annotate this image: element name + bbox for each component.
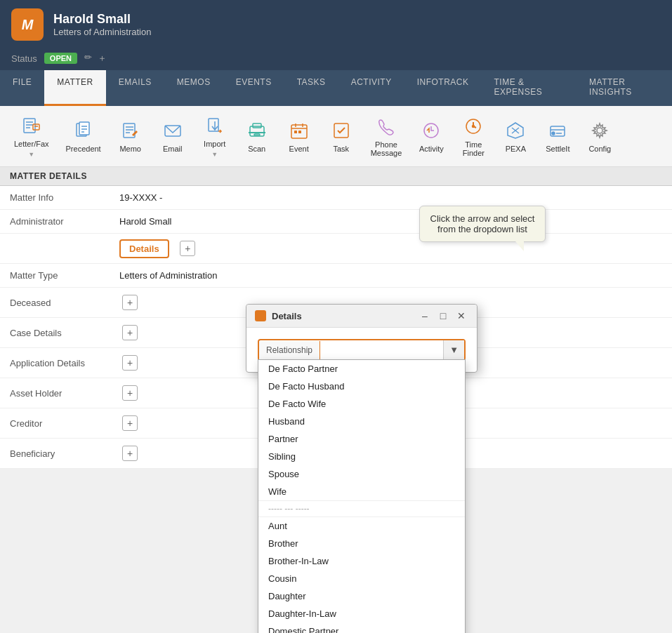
letter-fax-label: Letter/Fax xyxy=(14,140,49,148)
tab-events[interactable]: EVENTS xyxy=(223,70,284,106)
svg-rect-22 xyxy=(254,134,260,135)
email-icon xyxy=(162,119,184,142)
beneficiary-add-btn[interactable]: + xyxy=(122,446,138,461)
dropdown-item[interactable]: Cousin xyxy=(258,570,465,587)
tab-time-expenses[interactable]: TIME & EXPENSES xyxy=(482,70,577,106)
scan-label: Scan xyxy=(248,145,265,153)
relationship-label: Relationship xyxy=(259,341,320,359)
dropdown-item[interactable]: Husband xyxy=(258,413,465,430)
main-content: MATTER DETAILS Matter Info 19-XXXX - Adm… xyxy=(0,167,672,469)
add-status-icon[interactable]: ＋ xyxy=(98,52,107,65)
dialog-close-btn[interactable]: ✕ xyxy=(454,309,468,323)
event-label: Event xyxy=(289,145,309,153)
tab-infotrack[interactable]: INFOTRACK xyxy=(404,70,482,106)
relationship-select-area[interactable] xyxy=(320,346,443,354)
pexa-label: PEXA xyxy=(506,145,526,153)
precedent-icon xyxy=(72,119,95,142)
task-button[interactable]: Task xyxy=(322,115,361,157)
dropdown-item[interactable]: De Facto Partner xyxy=(258,360,465,378)
relationship-field: Relationship ▼ De Facto PartnerDe Facto … xyxy=(258,339,466,361)
edit-icon[interactable]: ✏ xyxy=(84,52,92,65)
administrator-label: Administrator xyxy=(0,212,112,231)
svg-rect-16 xyxy=(209,119,218,131)
administrator-row: Administrator Harold Small xyxy=(0,210,672,234)
svg-rect-20 xyxy=(253,124,261,128)
dropdown-item[interactable]: De Facto Husband xyxy=(258,378,465,395)
creditor-label: Creditor xyxy=(0,414,112,433)
asset-holder-add-btn[interactable]: + xyxy=(122,385,138,401)
matter-type-label: Matter Type xyxy=(0,266,112,285)
task-label: Task xyxy=(333,145,349,153)
dialog-body: Relationship ▼ De Facto PartnerDe Facto … xyxy=(246,328,477,372)
tab-matter[interactable]: MATTER xyxy=(44,70,105,106)
time-finder-icon xyxy=(462,115,485,138)
tab-activity[interactable]: ACTIVITY xyxy=(338,70,404,106)
activity-label: Activity xyxy=(419,145,444,153)
settleit-button[interactable]: SettleIt xyxy=(538,115,577,157)
matter-details-header: MATTER DETAILS xyxy=(0,167,672,186)
administrator-value: Harold Small xyxy=(112,212,672,231)
dialog-title-bar: Details – □ ✕ xyxy=(246,305,477,328)
time-finder-button[interactable]: TimeFinder xyxy=(454,111,493,161)
scan-button[interactable]: Scan xyxy=(237,115,277,157)
svg-rect-28 xyxy=(298,131,301,133)
dropdown-item[interactable]: Domestic Partner xyxy=(258,622,465,633)
dropdown-item[interactable]: Daughter xyxy=(258,587,465,605)
dropdown-item[interactable]: Sibling xyxy=(258,448,465,465)
time-finder-label: TimeFinder xyxy=(463,140,485,157)
relationship-dropdown-arrow[interactable]: ▼ xyxy=(443,340,464,359)
dropdown-item[interactable]: Partner xyxy=(258,430,465,448)
beneficiary-label: Beneficiary xyxy=(0,444,112,463)
event-button[interactable]: Event xyxy=(279,115,319,157)
import-button[interactable]: Import ▼ xyxy=(195,110,235,162)
status-icons[interactable]: ✏ ＋ xyxy=(84,52,107,65)
activity-button[interactable]: Activity xyxy=(411,115,451,157)
nav-tabs: FILE MATTER EMAILS MEMOS EVENTS TASKS AC… xyxy=(0,70,672,106)
dropdown-item[interactable]: Aunt xyxy=(258,517,465,535)
settleit-label: SettleIt xyxy=(546,145,569,153)
details-btn-container: Details + xyxy=(112,234,672,263)
letter-fax-button[interactable]: Letter/Fax ▼ xyxy=(7,110,56,162)
svg-point-42 xyxy=(597,128,602,133)
dropdown-item[interactable]: Brother-In-Law xyxy=(258,552,465,570)
tab-file[interactable]: FILE xyxy=(0,70,44,106)
pexa-icon xyxy=(504,119,527,142)
pexa-button[interactable]: PEXA xyxy=(496,115,535,157)
dropdown-item[interactable]: Daughter-In-Law xyxy=(258,605,465,622)
details-label xyxy=(0,244,112,253)
asset-holder-label: Asset Holder xyxy=(0,384,112,403)
details-button[interactable]: Details xyxy=(119,239,169,258)
memo-button[interactable]: Memo xyxy=(111,115,150,157)
details-add-btn[interactable]: + xyxy=(180,241,195,256)
dialog-title-text: Details xyxy=(272,311,302,321)
config-button[interactable]: Config xyxy=(580,115,619,157)
matter-info-row: Matter Info 19-XXXX - xyxy=(0,186,672,210)
dialog-controls: – □ ✕ xyxy=(418,309,468,323)
details-dialog: Details – □ ✕ Relationship ▼ De Facto Pa… xyxy=(246,304,477,373)
tab-tasks[interactable]: TASKS xyxy=(284,70,338,106)
dropdown-item[interactable]: Brother xyxy=(258,535,465,552)
dropdown-item[interactable]: Wife xyxy=(258,483,465,500)
tab-emails[interactable]: EMAILS xyxy=(106,70,164,106)
tab-matter-insights[interactable]: MATTER INSIGHTS xyxy=(577,70,672,106)
deceased-add-btn[interactable]: + xyxy=(122,295,138,310)
status-bar: Status OPEN ✏ ＋ xyxy=(0,49,672,70)
dropdown-item[interactable]: Spouse xyxy=(258,465,465,483)
app-details-add-btn[interactable]: + xyxy=(122,355,138,371)
task-icon xyxy=(330,119,353,142)
dropdown-item[interactable]: De Facto Wife xyxy=(258,395,465,413)
case-details-add-btn[interactable]: + xyxy=(122,325,138,340)
dialog-maximize-btn[interactable]: □ xyxy=(436,309,450,323)
dialog-title: Details xyxy=(255,310,302,321)
tab-memos[interactable]: MEMOS xyxy=(164,70,223,106)
phone-button[interactable]: PhoneMessage xyxy=(364,111,409,161)
app-details-label: Application Details xyxy=(0,354,112,373)
creditor-add-btn[interactable]: + xyxy=(122,415,138,431)
dialog-logo xyxy=(255,310,266,321)
svg-rect-27 xyxy=(294,131,297,133)
toolbar: Letter/Fax ▼ Precedent Memo xyxy=(0,106,672,167)
email-button[interactable]: Email xyxy=(153,115,192,157)
precedent-button[interactable]: Precedent xyxy=(59,115,108,157)
dialog-minimize-btn[interactable]: – xyxy=(418,309,432,323)
import-icon xyxy=(204,114,226,137)
